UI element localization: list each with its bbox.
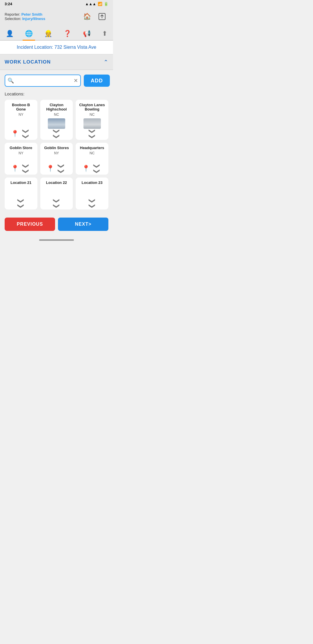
location-card[interactable]: Goblin StoreNY📍❯❯ [5,143,37,175]
location-card-icons: 📍❯❯ [82,165,102,172]
upload-icon: ⬆ [102,30,107,37]
location-card-name: Clayton Lanes Bowling [78,103,106,111]
location-card-icons: 📍❯❯ [11,165,31,172]
expand-icon[interactable]: ❯❯ [57,163,65,174]
tab-question[interactable]: ❓ [61,29,74,41]
location-card[interactable]: Location 23❯❯ [76,178,108,209]
location-card-thumbnail [48,118,65,129]
tab-worker[interactable]: 👷 [42,29,54,41]
section-title: WORK LOCATION [5,59,51,65]
location-card-name: Clayton Highschool [43,103,71,111]
location-card-thumbnail [83,118,101,129]
location-card[interactable]: Goblin StoresNY📍❯❯ [40,143,73,175]
expand-icon[interactable]: ❯❯ [17,198,25,209]
location-card-state: NC [90,113,94,117]
pin-icon[interactable]: 📍 [11,165,19,172]
reporter-line: Reporter: Peter Smith [5,12,81,17]
home-bar [39,239,74,241]
status-icons: ▲▲▲ 📶 🔋 [85,2,108,6]
clear-icon[interactable]: ✕ [74,77,78,84]
worker-icon: 👷 [44,30,52,37]
battery-icon: 🔋 [104,2,108,6]
home-button[interactable]: 🏠 [81,10,93,23]
tab-upload[interactable]: ⬆ [100,29,110,41]
chevron-up-icon: ⌃ [103,59,108,66]
pin-icon[interactable]: 📍 [46,165,54,172]
status-bar: 3:24 ▲▲▲ 📶 🔋 [0,0,113,8]
location-card[interactable]: Clayton Lanes BowlingNC❯❯ [76,100,108,140]
reporter-label: Reporter: [5,12,20,17]
expand-icon[interactable]: ❯❯ [22,129,30,139]
location-card-icons: ❯❯ [51,130,62,138]
question-icon: ❓ [63,30,71,37]
location-card[interactable]: Location 21❯❯ [5,178,37,209]
header-icons: 🏠 [81,10,108,23]
location-card-state: NY [19,151,23,155]
export-button[interactable] [96,10,108,23]
location-card[interactable]: Booboo B GoneNY📍❯❯ [5,100,37,140]
tab-person[interactable]: 👤 [3,29,16,41]
work-location-header[interactable]: WORK LOCATION ⌃ [0,55,113,70]
expand-icon[interactable]: ❯❯ [88,198,96,209]
locations-label: Locations: [5,91,108,96]
header: Reporter: Peter Smith Selection: Injury/… [0,8,113,26]
location-card-icons: ❯❯ [87,130,97,138]
search-icon: 🔍 [8,77,14,84]
expand-icon[interactable]: ❯❯ [22,163,30,174]
location-card[interactable]: HeadquartersNC📍❯❯ [76,143,108,175]
location-card-icons: ❯❯ [51,200,62,207]
person-icon: 👤 [6,30,14,37]
incident-location-text: Incident Location: 732 Sierra Vista Ave [17,45,96,50]
expand-icon[interactable]: ❯❯ [53,129,60,139]
home-indicator [0,234,113,243]
location-card-state: NC [54,113,59,117]
location-card-name: Goblin Stores [44,146,69,150]
globe-icon: 🌐 [25,30,33,37]
location-card-icons: 📍❯❯ [11,130,31,138]
selection-value: Injury/Illness [22,17,45,21]
location-card-icons: ❯❯ [87,200,97,207]
next-button[interactable]: NEXT> [58,218,108,231]
location-card-name: Goblin Store [10,146,32,150]
signal-icon: ▲▲▲ [85,2,96,6]
tab-megaphone[interactable]: 📢 [81,29,93,41]
header-info: Reporter: Peter Smith Selection: Injury/… [5,12,81,21]
search-row: 🔍 ✕ ADD [5,75,108,87]
location-card-name: Location 23 [82,180,103,185]
expand-icon[interactable]: ❯❯ [53,198,60,209]
location-card[interactable]: Clayton HighschoolNC❯❯ [40,100,73,140]
search-input-wrap: 🔍 ✕ [5,75,81,87]
location-card-icons: ❯❯ [16,200,26,207]
incident-banner: Incident Location: 732 Sierra Vista Ave [0,41,113,55]
content-area: 🔍 ✕ ADD Locations: Booboo B GoneNY📍❯❯Cla… [0,70,113,214]
location-card-name: Headquarters [80,146,104,150]
location-card-state: NC [90,151,94,155]
nav-tabs: 👤 🌐 👷 ❓ 📢 ⬆ [0,26,113,41]
location-card-name: Location 21 [10,180,31,185]
search-input[interactable] [16,75,74,86]
previous-button[interactable]: PREVIOUS [5,218,55,231]
selection-line: Selection: Injury/Illness [5,17,81,21]
bottom-nav: PREVIOUS NEXT> [0,214,113,234]
location-card-icons: 📍❯❯ [46,165,66,172]
megaphone-icon: 📢 [83,30,91,37]
add-button[interactable]: ADD [84,75,110,87]
reporter-name: Peter Smith [21,12,42,17]
location-card-state: NY [19,113,23,117]
expand-icon[interactable]: ❯❯ [88,129,96,139]
location-card-name: Booboo B Gone [7,103,35,111]
status-time: 3:24 [5,2,12,6]
location-card-state: NY [54,151,59,155]
selection-label: Selection: [5,17,21,21]
pin-icon[interactable]: 📍 [82,165,90,172]
pin-icon[interactable]: 📍 [11,130,19,138]
tab-globe[interactable]: 🌐 [23,29,35,41]
location-grid: Booboo B GoneNY📍❯❯Clayton HighschoolNC❯❯… [5,100,108,209]
wifi-icon: 📶 [98,2,102,6]
expand-icon[interactable]: ❯❯ [93,163,101,174]
location-card-name: Location 22 [46,180,67,185]
location-card[interactable]: Location 22❯❯ [40,178,73,209]
